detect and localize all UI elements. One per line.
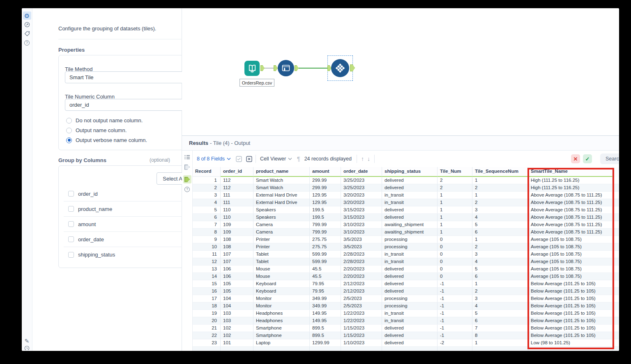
table-row[interactable]: 14106Mouse45.52/20/2023delivered06Averag… [193, 273, 619, 280]
table-cell: 111 [221, 199, 253, 206]
table-row[interactable]: 8109Camera799.993/10/2023awaiting_shipme… [193, 229, 619, 236]
table-row[interactable]: 2112Smart Watch299.993/25/2023delivered2… [193, 184, 619, 192]
circle-arrow-icon[interactable] [23, 21, 31, 29]
table-cell: -1 [438, 310, 472, 317]
table-row[interactable]: 1112Smart Watch299.993/25/2023delivered2… [193, 177, 619, 184]
output-anchor-icon[interactable] [183, 175, 191, 183]
tile-diamonds-icon [334, 62, 346, 74]
table-cell: 19 [193, 310, 221, 317]
divider [58, 39, 198, 39]
radio-option-verbose-name-column[interactable]: Output verbose name column. [66, 137, 147, 143]
column-header[interactable]: SmartTile_Name [528, 167, 613, 177]
table-cell: Average (105 to 108.75) [528, 258, 613, 265]
tile-method-dropdown[interactable]: Smart Tile [65, 71, 192, 83]
list-icon[interactable] [183, 153, 191, 161]
table-cell: 0 [438, 273, 472, 280]
gear-icon[interactable]: ⚙ [23, 11, 31, 20]
group-checkbox-amount[interactable]: amount [64, 217, 193, 232]
input-output-anchor[interactable] [260, 65, 265, 71]
table-row[interactable]: 10108Printer275.753/5/2023processing02Av… [193, 243, 619, 251]
pilcrow-icon[interactable]: ¶ [297, 156, 300, 162]
table-cell: 45.5 [310, 266, 341, 272]
table-cell: Below Average (101.25 to 105) [528, 325, 613, 332]
table-row[interactable]: 21102Smartphone899.51/15/2023delivered-1… [193, 325, 619, 332]
table-cell: awaiting_shipment [382, 229, 438, 236]
table-cell: 106 [221, 273, 253, 280]
table-row[interactable]: 12107Tablet599.992/28/2023in_transit04Av… [193, 258, 619, 266]
pencil-icon[interactable]: ✎ [23, 337, 31, 345]
table-row[interactable]: 7109Camera799.993/10/2023awaiting_shipme… [193, 221, 619, 229]
cell-viewer-dropdown[interactable]: Cell Viewer [260, 156, 292, 162]
tile-output-anchor[interactable] [350, 64, 355, 71]
table-cell: 899.5 [310, 325, 341, 332]
table-row[interactable]: 15105Keyboard79.952/12/2023delivered-11B… [193, 280, 619, 288]
table-cell: 16 [193, 288, 221, 295]
table-cell: 2/12/2023 [341, 288, 382, 295]
table-row[interactable]: 11107Tablet599.992/28/2023in_transit03Av… [193, 251, 619, 258]
tile-numeric-column-dropdown[interactable]: order_id [65, 99, 192, 111]
deselect-fields-x-icon[interactable] [246, 156, 252, 162]
table-row[interactable]: 16105Keyboard79.952/12/2023delivered-12B… [193, 288, 619, 295]
column-header[interactable]: shipping_status [382, 167, 438, 177]
table-row[interactable]: 9108Printer275.753/5/2023processing01Ave… [193, 236, 619, 243]
input-tool-annotation[interactable]: OrdersRep.csv [240, 79, 274, 87]
table-cell: 1 [438, 192, 472, 199]
table-row[interactable]: 22102Smartphone899.51/15/2023delivered-1… [193, 332, 619, 339]
tile-numeric-column-value: order_id [69, 102, 89, 108]
workflow-canvas[interactable]: OrdersRep.csv [182, 8, 619, 136]
group-checkbox-product-name[interactable]: product_name [64, 201, 193, 217]
results-table[interactable]: Recordorder_idproduct_nameamountorder_da… [193, 167, 619, 351]
column-header[interactable]: order_date [341, 167, 382, 177]
table-cell [438, 347, 472, 351]
search-input[interactable]: Search [600, 153, 619, 164]
tag-icon[interactable] [23, 30, 31, 38]
table-row[interactable]: 17104Monitor349.992/5/2023processing-13B… [193, 295, 619, 302]
table-cell: Above Average (108.75 to 111.25) [528, 214, 613, 221]
column-header[interactable]: Record [193, 167, 221, 177]
table-row[interactable]: 13106Mouse45.52/20/2023delivered05Averag… [193, 266, 619, 273]
column-header[interactable]: Tile_Num [438, 167, 472, 177]
help-icon[interactable]: ? [23, 39, 31, 47]
radio-option-no-name-column[interactable]: Do not output name column. [66, 117, 143, 124]
column-header[interactable]: order_id [221, 167, 253, 177]
table-row[interactable]: 3111External Hard Drive129.953/20/2023in… [193, 192, 619, 199]
table-cell: 3/15/2023 [341, 206, 382, 213]
arrow-down-icon[interactable]: ↓ [367, 156, 370, 162]
table-row[interactable]: 19103Headphones149.951/22/2023in_transit… [193, 310, 619, 317]
help-icon[interactable]: ? [183, 185, 191, 193]
group-checkbox-shipping-status[interactable]: shipping_status [64, 247, 193, 262]
table-cell: 10 [193, 243, 221, 250]
clock-icon[interactable] [23, 346, 31, 350]
table-cell: 108 [221, 236, 253, 243]
cancel-x-button[interactable]: ✕ [571, 154, 580, 163]
table-row[interactable]: 6110Speakers199.53/15/2023delivered14Abo… [193, 214, 619, 221]
table-row[interactable]: 5110Speakers199.53/15/2023delivered13Abo… [193, 206, 619, 214]
table-cell: 2/28/2023 [341, 251, 382, 258]
column-header[interactable]: product_name [253, 167, 310, 177]
browse-input-anchor[interactable] [274, 65, 278, 71]
tile-method-value: Smart Tile [69, 74, 94, 80]
group-checkbox-order-date[interactable]: order_date [64, 232, 193, 247]
table-cell: 2/20/2023 [341, 266, 382, 272]
table-row[interactable]: 20103Headphones149.951/22/2023in_transit… [193, 317, 619, 325]
table-cell: 110 [221, 214, 253, 221]
arrow-up-icon[interactable]: ↑ [361, 156, 364, 162]
table-row[interactable]: 23101Laptop1299.991/10/2023delivered-21L… [193, 339, 619, 347]
browse-output-anchor[interactable] [295, 65, 299, 71]
select-fields-check-icon[interactable] [236, 156, 242, 162]
table-row[interactable]: 4111External Hard Drive129.953/20/2023in… [193, 199, 619, 206]
browse-tool[interactable] [278, 60, 294, 76]
table-cell: 149.95 [310, 317, 341, 324]
column-header[interactable]: Tile_SequenceNum [472, 167, 528, 177]
column-header[interactable]: amount [310, 167, 341, 177]
table-row[interactable] [193, 347, 619, 351]
group-checkbox-order-id[interactable]: order_id [64, 186, 193, 201]
metadata-pentagon-icon[interactable] [183, 163, 191, 171]
table-row[interactable]: 18104Monitor349.992/5/2023processing-14B… [193, 302, 619, 310]
radio-option-name-column[interactable]: Output name column. [66, 127, 127, 133]
apply-check-button[interactable]: ✓ [583, 154, 592, 163]
input-data-tool[interactable] [244, 61, 260, 76]
fields-dropdown[interactable]: 8 of 8 Fields [197, 156, 231, 162]
table-cell: delivered [382, 288, 438, 295]
tile-tool[interactable] [331, 59, 349, 77]
